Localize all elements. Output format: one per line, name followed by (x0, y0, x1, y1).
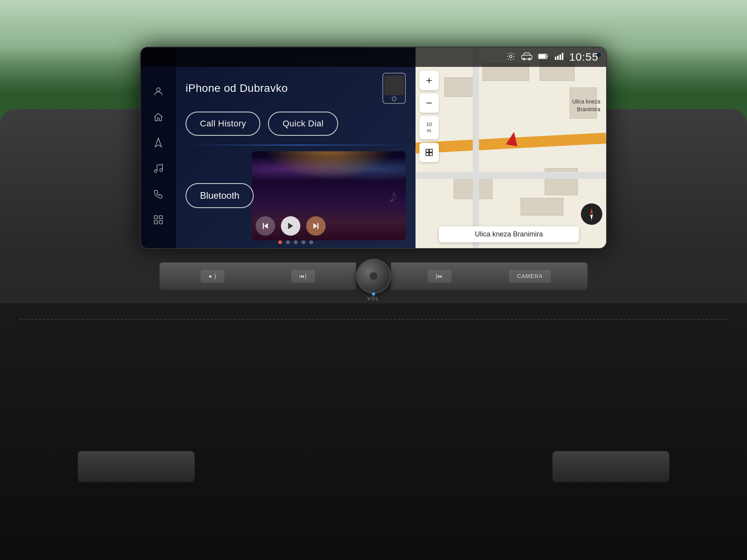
trim-left (78, 451, 195, 482)
svg-rect-7 (557, 56, 559, 60)
street-label-top: Ulica kneza Branimira (572, 98, 600, 113)
sidebar-item-music[interactable] (151, 161, 165, 175)
phone-device-icon (382, 73, 406, 104)
map-road-vertical (473, 47, 479, 248)
section-divider (186, 145, 406, 145)
prev-track-button[interactable]: ⏮| (291, 270, 315, 283)
infotainment-screen: 10:55 (140, 47, 607, 249)
sidebar-item-phone[interactable] (151, 187, 165, 201)
vol-label: VOL (367, 296, 380, 301)
nav-map: + − 10 m (416, 47, 606, 248)
zoom-in-button[interactable]: + (419, 71, 439, 90)
svg-point-10 (156, 88, 160, 91)
next-button[interactable] (306, 216, 326, 236)
car-dashboard: 10:55 (0, 0, 747, 560)
camera-button[interactable]: CAMERA (509, 270, 551, 283)
sidebar-item-navigate[interactable] (151, 136, 165, 150)
map-building-7 (521, 198, 563, 215)
nav-compass[interactable] (581, 203, 602, 225)
crowd-lights (252, 151, 406, 187)
car-icon (521, 52, 532, 62)
scale-value: 10 (426, 121, 432, 128)
svg-rect-5 (539, 55, 545, 58)
sidebar-item-user[interactable] (151, 84, 165, 98)
map-car-arrow (506, 131, 520, 146)
bluetooth-button[interactable]: Bluetooth (186, 183, 254, 208)
svg-marker-20 (288, 223, 293, 229)
settings-icon[interactable] (506, 52, 516, 63)
nav-search-button[interactable] (419, 143, 439, 162)
physical-controls: ● ) ⏮| VOL |⏭ CAMERA (160, 257, 587, 296)
zoom-out-button[interactable]: − (419, 93, 439, 113)
sidebar-item-apps[interactable] (151, 213, 165, 227)
svg-marker-21 (314, 223, 317, 229)
media-controls (256, 216, 326, 236)
svg-marker-27 (590, 208, 593, 214)
street-label-bottom: Ulica kneza Branimira (439, 226, 579, 242)
svg-point-13 (160, 169, 163, 172)
light-button[interactable]: ● ) (200, 270, 224, 283)
dashboard-leather (0, 303, 747, 560)
device-name: iPhone od Dubravko (186, 82, 288, 94)
svg-rect-22 (317, 223, 319, 229)
svg-point-12 (154, 170, 157, 173)
svg-rect-26 (430, 153, 432, 156)
svg-rect-6 (555, 57, 556, 60)
sidebar (141, 47, 176, 248)
svg-marker-11 (155, 138, 161, 147)
music-section: Bluetooth ♪ (186, 151, 406, 241)
svg-rect-25 (426, 153, 429, 156)
svg-rect-9 (562, 53, 563, 60)
map-road-secondary (416, 172, 606, 179)
svg-rect-17 (159, 220, 162, 224)
trim-right (552, 451, 669, 482)
navigation-panel: + − 10 m (416, 47, 606, 248)
svg-marker-18 (264, 223, 268, 229)
next-track-button[interactable]: |⏭ (428, 270, 452, 283)
dot-3[interactable] (294, 240, 298, 244)
main-panel: iPhone od Dubravko Call History Quick Di… (176, 47, 416, 248)
battery-icon (538, 53, 549, 61)
vol-wrapper: VOL (356, 259, 391, 294)
svg-marker-28 (590, 214, 593, 220)
dot-5[interactable] (309, 240, 313, 244)
call-history-button[interactable]: Call History (186, 112, 260, 136)
svg-rect-23 (426, 149, 429, 152)
control-panel-right: |⏭ CAMERA (391, 262, 587, 290)
clock: 10:55 (569, 51, 598, 63)
svg-rect-19 (263, 223, 264, 229)
dot-4[interactable] (302, 240, 305, 244)
play-button[interactable] (281, 216, 300, 236)
signal-icon (555, 53, 563, 62)
prev-button[interactable] (256, 216, 275, 236)
power-indicator (372, 292, 375, 296)
svg-rect-16 (154, 220, 158, 224)
svg-rect-14 (154, 216, 158, 219)
dot-1[interactable] (278, 240, 282, 244)
nav-scale: 10 m (419, 116, 439, 139)
quick-dial-button[interactable]: Quick Dial (268, 112, 338, 136)
music-note-icon: ♪ (388, 184, 398, 207)
svg-rect-24 (430, 149, 432, 152)
page-dots (176, 240, 416, 244)
svg-point-0 (510, 55, 512, 58)
phone-buttons: Call History Quick Dial (186, 112, 406, 136)
scale-unit: m (427, 128, 431, 134)
status-bar: 10:55 (141, 47, 606, 67)
control-panel-left: ● ) ⏮| (160, 262, 356, 290)
stitch-line (19, 319, 728, 320)
dot-2[interactable] (286, 240, 290, 244)
svg-rect-8 (559, 54, 561, 60)
map-building-1 (444, 77, 475, 97)
volume-knob[interactable] (356, 259, 391, 294)
sidebar-item-home[interactable] (151, 110, 165, 124)
svg-rect-15 (159, 216, 162, 219)
